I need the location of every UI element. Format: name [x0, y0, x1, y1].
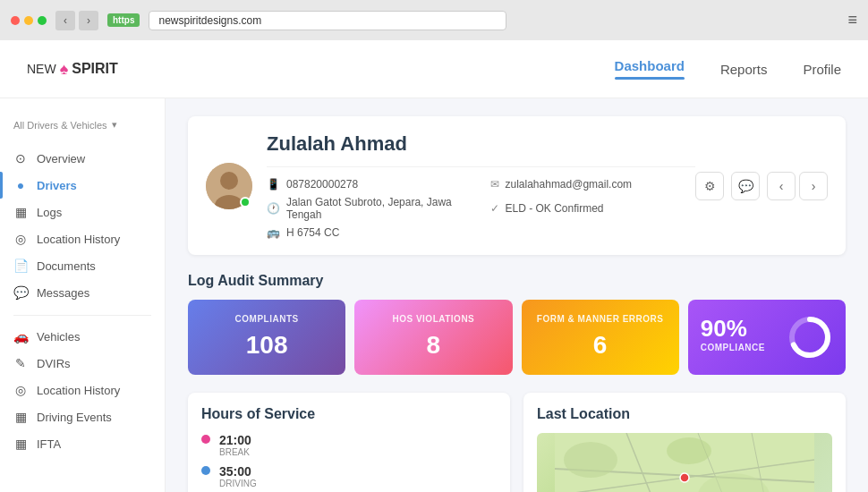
dot-yellow: [24, 16, 33, 25]
nav-dashboard[interactable]: Dashboard: [615, 58, 685, 80]
nav-profile[interactable]: Profile: [803, 62, 841, 77]
messages-icon: 💬: [13, 285, 28, 300]
info-vehicle: 🚌 H 6754 CC: [267, 226, 472, 239]
sidebar-item-vehicle-location[interactable]: ◎ Location History: [0, 377, 165, 403]
sidebar-item-messages[interactable]: 💬 Messages: [0, 279, 165, 306]
sidebar-item-logs[interactable]: ▦ Logs: [0, 199, 165, 225]
avatar-wrap: [206, 163, 252, 209]
ifta-icon: ▦: [13, 437, 28, 451]
compliance-value: 90%: [701, 315, 765, 343]
audit-card-form: FORM & MANNER ERRORS 6: [522, 300, 679, 375]
audit-card-compliants: COMPLIANTS 108: [188, 300, 345, 375]
audit-section: Log Audit Summary COMPLIANTS 108 HOS VIO…: [188, 273, 846, 375]
driving-dot: [201, 466, 210, 475]
back-button[interactable]: ‹: [55, 11, 75, 30]
hos-driving-info: 35:00 DRIVING: [219, 464, 257, 488]
map-placeholder: [537, 433, 832, 492]
sidebar-label-location-history: Location History: [37, 233, 120, 246]
info-email: ✉ zulalahahmad@gmail.com: [490, 178, 696, 191]
sidebar-item-ifta[interactable]: ▦ IFTA: [0, 430, 165, 457]
svg-point-19: [667, 437, 711, 464]
url-bar[interactable]: newspiritdesigns.com: [149, 11, 506, 30]
hos-value: 8: [367, 331, 499, 360]
eld-value: ELD - OK Confirmed: [506, 202, 604, 215]
address-icon: 🕐: [267, 202, 280, 215]
hos-label: HOS VIOLATIONS: [367, 314, 499, 324]
status-dot: [240, 197, 251, 208]
vehicle-icon: 🚌: [267, 226, 280, 239]
hos-item-break: 21:00 BREAK: [201, 433, 497, 457]
location-title: Last Location: [537, 406, 832, 422]
bottom-grid: Hours of Service 21:00 BREAK 35:00 DR: [188, 393, 846, 492]
driver-name: Zulalah Ahmad: [267, 132, 695, 156]
location-history-icon: ◎: [13, 232, 28, 246]
audit-card-compliance: 90% COMPLIANCE: [688, 300, 846, 375]
sidebar-label-ifta: IFTA: [37, 437, 61, 451]
sidebar-label-vehicle-location: Location History: [37, 384, 120, 397]
https-badge: https: [107, 13, 140, 27]
hos-section: Hours of Service 21:00 BREAK 35:00 DR: [188, 393, 510, 492]
svg-point-20: [680, 473, 689, 482]
message-button[interactable]: 💬: [731, 172, 760, 200]
sidebar: All Drivers & Vehicles ▾ ⊙ Overview ● Dr…: [0, 98, 166, 492]
svg-point-17: [564, 442, 617, 478]
forward-button[interactable]: ›: [79, 11, 98, 30]
logo-new: NEW: [27, 62, 56, 76]
form-value: 6: [534, 331, 667, 360]
info-address: 🕐 Jalan Gatot Subroto, Jepara, Jawa Teng…: [267, 196, 472, 221]
hos-item-driving: 35:00 DRIVING: [201, 464, 497, 488]
sidebar-label-overview: Overview: [37, 152, 85, 165]
sidebar-item-vehicles[interactable]: 🚗 Vehicles: [0, 323, 165, 350]
nav-reports[interactable]: Reports: [720, 62, 768, 77]
sidebar-item-driving-events[interactable]: ▦ Driving Events: [0, 403, 165, 430]
compliants-value: 108: [200, 331, 333, 360]
filter-label: All Drivers & Vehicles: [13, 120, 107, 131]
nav-links: Dashboard Reports Profile: [615, 58, 841, 80]
next-driver-button[interactable]: ›: [799, 172, 828, 200]
sidebar-item-overview[interactable]: ⊙ Overview: [0, 145, 165, 172]
compliance-ring: [787, 314, 833, 361]
sidebar-divider: [13, 315, 151, 316]
documents-icon: 📄: [13, 259, 28, 273]
email-icon: ✉: [490, 178, 499, 191]
sidebar-main-section: ⊙ Overview ● Drivers ▦ Logs ◎ Location H…: [0, 145, 165, 306]
logo: NEW ♠ SPIRIT: [27, 60, 118, 79]
compliants-label: COMPLIANTS: [200, 314, 333, 324]
filter-arrow-icon: ▾: [112, 119, 117, 131]
main-content: Zulalah Ahmad 📱 087820000278 ✉ zulalahah…: [166, 98, 868, 492]
nav-arrows: ‹ ›: [767, 172, 828, 200]
driving-events-icon: ▦: [13, 410, 28, 424]
svg-point-1: [220, 172, 238, 190]
sidebar-label-documents: Documents: [37, 259, 96, 273]
hos-items: 21:00 BREAK 35:00 DRIVING: [201, 433, 497, 488]
dot-green: [38, 16, 47, 25]
sidebar-vehicles-section: 🚗 Vehicles ✎ DVIRs ◎ Location History ▦ …: [0, 323, 165, 457]
location-section: Last Location: [523, 393, 846, 492]
sidebar-label-driving-events: Driving Events: [37, 411, 112, 424]
settings-button[interactable]: ⚙: [695, 172, 724, 200]
hos-break-info: 21:00 BREAK: [219, 433, 251, 457]
sidebar-filter[interactable]: All Drivers & Vehicles ▾: [0, 112, 165, 138]
browser-dots: [11, 16, 47, 25]
sidebar-item-drivers[interactable]: ● Drivers: [0, 172, 165, 199]
prev-driver-button[interactable]: ‹: [767, 172, 796, 200]
sidebar-item-documents[interactable]: 📄 Documents: [0, 252, 165, 279]
sidebar-label-messages: Messages: [37, 286, 89, 300]
dvirs-icon: ✎: [13, 356, 28, 370]
driving-time: 35:00: [219, 464, 257, 479]
hos-title: Hours of Service: [201, 406, 497, 422]
compliance-left: 90% COMPLIANCE: [701, 315, 765, 360]
logs-icon: ▦: [13, 205, 28, 219]
sidebar-label-dvirs: DVIRs: [37, 357, 71, 370]
driver-info: Zulalah Ahmad 📱 087820000278 ✉ zulalahah…: [267, 132, 695, 239]
overview-icon: ⊙: [13, 151, 28, 165]
compliance-label: COMPLIANCE: [701, 343, 765, 352]
phone-value: 087820000278: [286, 178, 358, 191]
browser-menu-icon[interactable]: ≡: [847, 11, 857, 30]
sidebar-item-location-history[interactable]: ◎ Location History: [0, 225, 165, 252]
vehicles-icon: 🚗: [13, 329, 28, 344]
email-value: zulalahahmad@gmail.com: [506, 178, 633, 191]
sidebar-label-drivers: Drivers: [37, 179, 77, 192]
phone-icon: 📱: [267, 178, 280, 191]
sidebar-item-dvirs[interactable]: ✎ DVIRs: [0, 350, 165, 377]
